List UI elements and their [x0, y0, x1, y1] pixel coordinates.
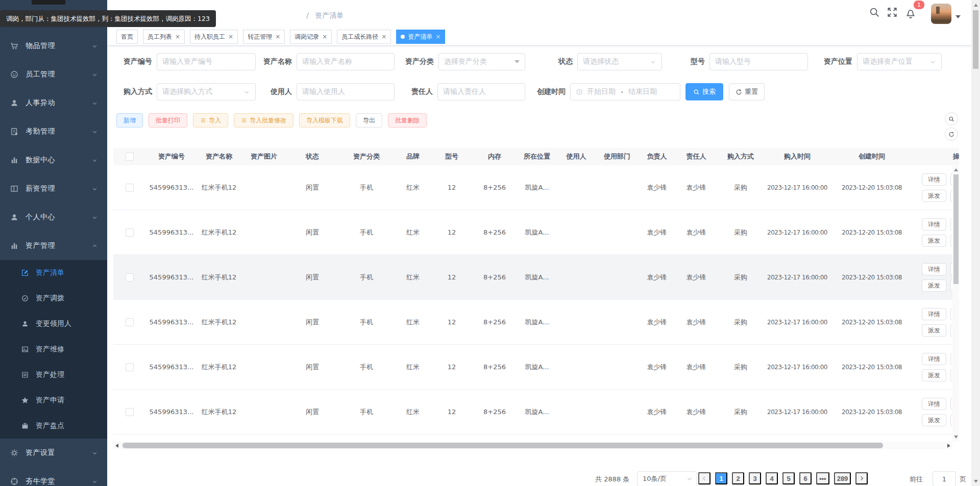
row-detail-button[interactable]: 详情: [922, 353, 946, 365]
row-checkbox[interactable]: [126, 273, 134, 282]
page-scroll-thumb[interactable]: [973, 10, 978, 69]
row-dispatch-button[interactable]: 派发: [922, 369, 946, 381]
tab-transfer-records[interactable]: 调岗记录×: [290, 30, 332, 44]
table-vertical-scrollbar[interactable]: [952, 165, 959, 442]
sidebar-item-change-user[interactable]: 变更领用人: [0, 311, 107, 337]
filter-create-time-control[interactable]: 开始日期-结束日期: [570, 83, 680, 100]
sidebar-item-asset-apply[interactable]: 资产申请: [0, 388, 107, 413]
close-icon[interactable]: ×: [175, 34, 180, 40]
select-all-checkbox[interactable]: [126, 152, 134, 161]
page-button-289[interactable]: 289: [834, 472, 851, 484]
row-detail-button[interactable]: 详情: [922, 263, 946, 275]
close-icon[interactable]: ×: [228, 34, 233, 40]
tab-asset-list[interactable]: 资产清单×: [396, 30, 445, 44]
sidebar-item-employee[interactable]: 员工管理: [0, 60, 107, 89]
tab-home[interactable]: 首页: [116, 30, 138, 44]
page-button-6[interactable]: 6: [799, 472, 812, 484]
search-icon[interactable]: [869, 7, 880, 18]
row-checkbox[interactable]: [126, 184, 134, 192]
zoom-circle-button[interactable]: [945, 112, 958, 125]
search-button[interactable]: 搜索: [685, 83, 723, 100]
avatar[interactable]: [931, 4, 951, 24]
batch-delete-button[interactable]: 批量删除: [388, 113, 427, 127]
refresh-circle-button[interactable]: [945, 127, 958, 141]
close-icon[interactable]: ×: [275, 34, 280, 40]
sidebar-item-asset-transfer[interactable]: 资产调拨: [0, 286, 107, 311]
fullscreen-icon[interactable]: [887, 7, 898, 18]
sidebar-item-school[interactable]: 夯牛学堂: [0, 467, 107, 486]
scroll-left-arrow[interactable]: [115, 444, 118, 448]
row-dispatch-button[interactable]: 派发: [922, 324, 946, 337]
row-checkbox[interactable]: [126, 363, 134, 371]
page-size-select[interactable]: 10条/页: [637, 471, 697, 486]
export-button[interactable]: 导出: [356, 113, 382, 127]
import-template-button[interactable]: 导入模板下载: [299, 113, 350, 127]
filter-asset-category-control[interactable]: 选择资产分类: [438, 53, 525, 70]
page-scroll-down-arrow[interactable]: [974, 480, 978, 483]
tab-regularization[interactable]: 转正管理×: [243, 30, 285, 44]
filter-responsible-input[interactable]: 请输入责任人: [437, 83, 525, 100]
goto-page-input[interactable]: 1: [933, 471, 956, 486]
filter-asset-no-input[interactable]: 请输入资产编号: [157, 53, 256, 70]
cell-asset_no: 545996313...: [146, 345, 197, 389]
filter-model-input[interactable]: 请输入型号: [709, 53, 808, 70]
sidebar-item-asset-check[interactable]: 资产盘点: [0, 413, 107, 439]
sidebar-item-asset-list[interactable]: 资产清单: [0, 260, 107, 286]
scroll-right-arrow[interactable]: [947, 444, 950, 448]
row-checkbox[interactable]: [126, 228, 134, 237]
sidebar-item-goods[interactable]: 物品管理: [0, 32, 107, 60]
filter-status-control[interactable]: 请选择状态: [577, 53, 662, 70]
more-pages-button[interactable]: •••: [816, 472, 829, 484]
horizontal-scroll-thumb[interactable]: [122, 443, 883, 448]
row-dispatch-button[interactable]: 派发: [922, 235, 946, 247]
row-dispatch-button[interactable]: 派发: [922, 279, 946, 292]
sidebar-item-data-center[interactable]: 数据中心: [0, 146, 107, 174]
page-button-4[interactable]: 4: [766, 472, 778, 484]
filter-purchase-type-control[interactable]: 请选择购入方式: [157, 83, 256, 100]
chevron-down-icon[interactable]: [955, 15, 961, 18]
sidebar-item-profile[interactable]: 个人中心: [0, 203, 107, 232]
row-detail-button[interactable]: 详情: [922, 218, 946, 231]
sidebar-item-asset-settings[interactable]: 资产设置: [0, 439, 107, 467]
next-page-button[interactable]: [855, 472, 868, 484]
row-dispatch-button[interactable]: 派发: [922, 414, 946, 426]
page-scrollbar[interactable]: [971, 0, 980, 486]
reset-button[interactable]: 重置: [729, 83, 765, 100]
row-detail-button[interactable]: 详情: [922, 398, 946, 410]
sidebar-item-asset[interactable]: 资产管理: [0, 232, 107, 260]
row-checkbox[interactable]: [126, 318, 134, 326]
tab-pending-entry[interactable]: 待入职员工×: [190, 30, 238, 44]
table-horizontal-scrollbar[interactable]: [113, 442, 952, 449]
row-checkbox[interactable]: [126, 408, 134, 416]
tab-employee-list[interactable]: 员工列表×: [143, 30, 185, 44]
sidebar-item-asset-repair[interactable]: 资产维修: [0, 337, 107, 362]
row-detail-button[interactable]: 详情: [922, 173, 946, 186]
page-button-2[interactable]: 2: [732, 472, 744, 484]
page-scroll-up-arrow[interactable]: [974, 4, 978, 7]
prev-page-button[interactable]: [698, 472, 710, 484]
row-dispatch-button[interactable]: 派发: [922, 190, 946, 202]
bell-icon[interactable]: [905, 8, 916, 19]
page-button-5[interactable]: 5: [782, 472, 795, 484]
filter-asset-name-input[interactable]: 请输入资产名称: [297, 53, 395, 70]
row-detail-button[interactable]: 详情: [922, 308, 946, 320]
import-batch-edit-button[interactable]: 导入批量修改: [234, 113, 293, 127]
vertical-scroll-thumb[interactable]: [953, 174, 959, 284]
sidebar-item-attendance[interactable]: 考勤管理: [0, 117, 107, 146]
add-button[interactable]: 新增: [116, 113, 143, 127]
page-button-3[interactable]: 3: [749, 472, 761, 484]
filter-user-input[interactable]: 请输入使用人: [297, 83, 395, 100]
scroll-down-arrow[interactable]: [954, 436, 958, 439]
filter-asset-location-control[interactable]: 请选择资产位置: [857, 53, 942, 70]
batch-print-button[interactable]: 批量打印: [149, 113, 187, 127]
scroll-up-arrow[interactable]: [954, 168, 958, 171]
import-button[interactable]: 导入: [193, 113, 228, 127]
close-icon[interactable]: ×: [381, 34, 386, 40]
sidebar-item-asset-dispose[interactable]: 资产处理: [0, 362, 107, 388]
sidebar-item-salary[interactable]: 薪资管理: [0, 174, 107, 203]
sidebar-item-personnel[interactable]: 人事异动: [0, 89, 107, 117]
tab-growth-path[interactable]: 员工成长路径×: [337, 30, 391, 44]
page-button-1[interactable]: 1: [715, 472, 727, 484]
close-icon[interactable]: ×: [322, 34, 327, 40]
close-icon[interactable]: ×: [435, 34, 440, 40]
